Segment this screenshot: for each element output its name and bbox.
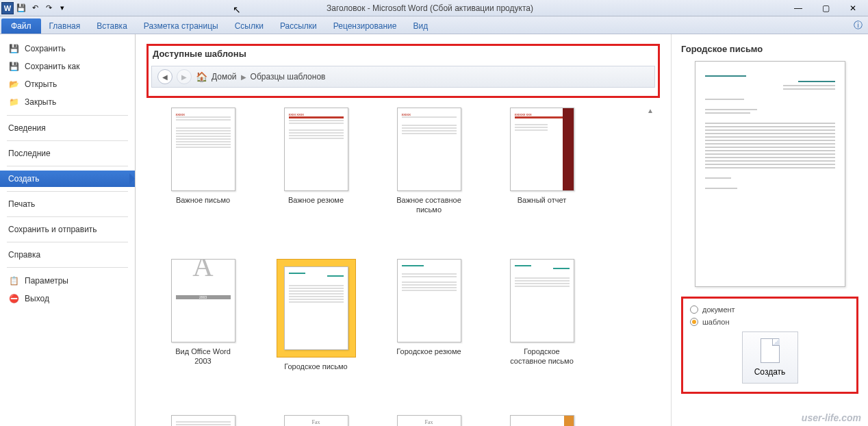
sidebar-label: Закрыть (25, 97, 56, 107)
nav-forward-button[interactable]: ▶ (177, 69, 192, 84)
sidebar-label: Создать (8, 174, 40, 184)
sidebar-label: Печать (8, 199, 35, 209)
sidebar-print[interactable]: Печать (0, 196, 135, 212)
highlight-annotation: Доступные шаблоны ◀ ▶ 🏠 Домой ▶ Образцы … (146, 44, 660, 98)
template-item[interactable]: Городское составное письмо (506, 259, 578, 371)
sidebar-new[interactable]: Создать (0, 171, 135, 187)
qat-dropdown-icon[interactable]: ▾ (56, 2, 68, 14)
templates-panel: Доступные шаблоны ◀ ▶ 🏠 Домой ▶ Образцы … (136, 34, 671, 426)
template-label: Городское составное письмо (506, 347, 578, 366)
ribbon-tab-view[interactable]: Вид (405, 18, 436, 34)
chevron-right-icon: ▶ (241, 73, 246, 81)
template-grid: XXXXX Важное письмо XXXX XXXX Важное рез… (146, 102, 660, 426)
ribbon-tab-mailings[interactable]: Рассылки (272, 18, 325, 34)
year-badge: 2003 (176, 295, 231, 299)
scroll-up-icon[interactable]: ▲ (645, 105, 656, 116)
sidebar-label: Выход (25, 294, 49, 303)
radio-icon (690, 305, 698, 314)
radio-label: документ (702, 305, 735, 314)
sidebar-recent[interactable]: Последние (0, 145, 135, 162)
folder-open-icon: 📂 (8, 79, 19, 90)
redo-icon[interactable]: ↷ (42, 2, 55, 14)
word-app-icon[interactable]: W (1, 2, 14, 14)
breadcrumb-home[interactable]: Домой (212, 72, 237, 82)
backstage-sidebar: 💾Сохранить 💾Сохранить как 📂Открыть 📁Закр… (0, 34, 136, 426)
breadcrumb-bar: ◀ ▶ 🏠 Домой ▶ Образцы шаблонов (151, 66, 655, 88)
template-item-selected[interactable]: Городское письмо (280, 259, 352, 371)
radio-template[interactable]: шаблон (690, 318, 850, 326)
ribbon-tab-layout[interactable]: Разметка страницы (136, 18, 227, 34)
sidebar-label: Сохранить (25, 44, 66, 53)
template-item[interactable] (167, 415, 239, 426)
sidebar-label: Сохранить и отправить (8, 225, 97, 234)
sidebar-save[interactable]: 💾Сохранить (0, 40, 135, 58)
template-label: Важное составное письмо (393, 195, 465, 215)
sidebar-label: Сведения (8, 123, 46, 133)
document-icon (761, 338, 780, 363)
ribbon-tab-home[interactable]: Главная (41, 18, 89, 34)
title-bar: W 💾 ↶ ↷ ▾ Заголовок - Microsoft Word (Сб… (0, 0, 868, 16)
ribbon-tab-references[interactable]: Ссылки (227, 18, 272, 34)
ribbon-tab-review[interactable]: Рецензирование (325, 18, 405, 34)
ribbon-tab-insert[interactable]: Вставка (88, 18, 136, 34)
template-item[interactable]: A2003 Вид Office Word 2003 (167, 259, 239, 371)
radio-label: шаблон (702, 318, 729, 326)
sidebar-label: Справка (8, 250, 40, 260)
help-icon[interactable]: ⓘ (854, 19, 863, 32)
sidebar-options[interactable]: 📋Параметры (0, 272, 135, 290)
ribbon-tabs: Файл Главная Вставка Разметка страницы С… (0, 16, 868, 34)
preview-pane: Городское письмо документ (671, 34, 868, 426)
breadcrumb-current[interactable]: Образцы шаблонов (251, 72, 326, 82)
sidebar-save-as[interactable]: 💾Сохранить как (0, 58, 135, 75)
radio-document[interactable]: документ (690, 305, 850, 314)
sidebar-open[interactable]: 📂Открыть (0, 75, 135, 93)
exit-icon: ⛔ (8, 293, 19, 304)
create-label: Создать (754, 367, 786, 377)
create-button[interactable]: Создать (742, 331, 798, 384)
sidebar-info[interactable]: Сведения (0, 120, 135, 136)
template-item[interactable]: XXXX XXXX Важное резюме (280, 108, 352, 215)
sidebar-help[interactable]: Справка (0, 247, 135, 263)
watermark: user-life.com (802, 412, 861, 423)
template-item[interactable]: Fax (280, 415, 352, 426)
sidebar-close[interactable]: 📁Закрыть (0, 93, 135, 111)
nav-back-button[interactable]: ◀ (157, 69, 173, 84)
template-label: Важное резюме (288, 195, 344, 205)
template-label: Городское письмо (284, 362, 348, 371)
sidebar-label: Сохранить как (25, 62, 79, 71)
template-item[interactable]: XXXXXX XXX Важный отчет (506, 108, 578, 215)
template-item[interactable] (506, 415, 578, 426)
sidebar-exit[interactable]: ⛔Выход (0, 290, 135, 308)
sidebar-label: Параметры (25, 276, 68, 286)
quick-access-toolbar: W 💾 ↶ ↷ ▾ (0, 2, 68, 14)
save-as-icon: 💾 (8, 61, 19, 72)
options-icon: 📋 (8, 275, 19, 286)
sidebar-label: Последние (8, 149, 51, 158)
section-title: Доступные шаблоны (149, 46, 658, 66)
highlight-annotation: документ шаблон Создать (681, 297, 858, 394)
preview-title: Городское письмо (681, 44, 858, 54)
close-button[interactable]: ✕ (846, 2, 860, 14)
template-label: Вид Office Word 2003 (167, 347, 239, 366)
template-item[interactable]: Городское резюме (393, 259, 465, 371)
save-icon[interactable]: 💾 (15, 2, 27, 14)
maximize-button[interactable]: ▢ (819, 2, 832, 14)
template-label: Городское резюме (396, 347, 461, 356)
file-tab[interactable]: Файл (1, 18, 41, 34)
template-label: Важный отчет (518, 195, 566, 205)
undo-icon[interactable]: ↶ (29, 2, 41, 14)
folder-icon: 📁 (8, 97, 19, 108)
sidebar-save-send[interactable]: Сохранить и отправить (0, 221, 135, 238)
template-item[interactable]: XXXXX Важное письмо (167, 108, 239, 215)
save-icon: 💾 (8, 43, 19, 54)
home-icon[interactable]: 🏠 (196, 71, 207, 82)
template-preview (695, 61, 845, 287)
template-item[interactable]: XXXXX Важное составное письмо (393, 108, 465, 215)
radio-icon (690, 318, 698, 326)
window-title: Заголовок - Microsoft Word (Сбой активац… (68, 3, 791, 13)
minimize-button[interactable]: — (791, 2, 805, 14)
template-item[interactable]: Fax (393, 415, 465, 426)
template-label: Важное письмо (176, 195, 230, 205)
sidebar-label: Открыть (25, 79, 57, 89)
